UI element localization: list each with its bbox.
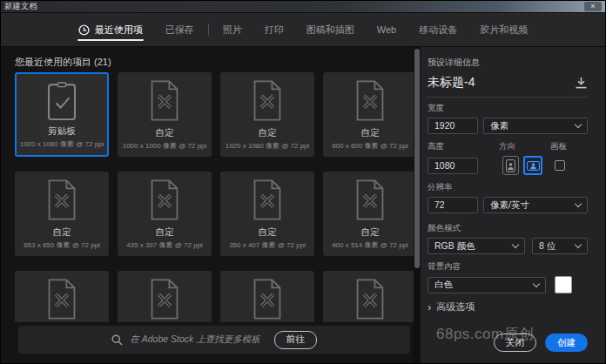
recent-tile[interactable] (323, 271, 414, 322)
document-title-field[interactable]: 未标题-4 (428, 75, 475, 91)
recent-tile[interactable]: 自定653 x 650 像素 @ 72 ppi (15, 172, 109, 256)
chevron-down-icon (512, 241, 519, 248)
tile-title: 自定 (156, 127, 174, 139)
recent-grid-clip: 剪贴板1920 x 1080 像素 @ 72 ppi自定1000 x 1000 … (15, 72, 414, 322)
vertical-scrollbar[interactable] (414, 47, 421, 363)
tab-photo[interactable]: 照片 (212, 13, 253, 46)
scrollbar-thumb[interactable] (414, 49, 420, 268)
advanced-options-label: 高级选项 (436, 300, 475, 313)
tile-title: 自定 (361, 127, 380, 139)
recent-tile[interactable]: 自定400 x 514 像素 @ 72 ppi (323, 172, 414, 256)
close-button[interactable]: 关闭 (494, 334, 536, 352)
tile-dims: 1920 x 1080 像素 @ 72 ppi (20, 139, 104, 149)
custom-document-icon (353, 279, 387, 320)
custom-document-icon (147, 80, 182, 121)
title-bar: 新建文档 × (1, 1, 605, 13)
height-input[interactable]: 1080 (428, 158, 478, 174)
tab-web[interactable]: Web (366, 13, 407, 46)
resolution-label: 分辨率 (428, 182, 588, 193)
recent-tile[interactable] (15, 271, 109, 322)
custom-document-icon (44, 179, 79, 220)
artboard-checkbox[interactable] (555, 160, 565, 171)
resolution-unit-dropdown[interactable]: 像素/英寸 (483, 197, 588, 213)
bit-depth-value: 8 位 (539, 240, 556, 253)
background-value: 白色 (434, 279, 453, 291)
tab-label: Web (377, 24, 396, 35)
chevron-right-icon: › (428, 303, 431, 312)
orientation-label: 方向 (499, 141, 550, 152)
width-label: 宽度 (428, 103, 588, 114)
custom-document-icon (353, 179, 387, 220)
preset-heading: 预设详细信息 (428, 57, 588, 69)
resolution-input[interactable]: 72 (428, 197, 478, 213)
tab-divider (208, 24, 209, 36)
tile-dims: 1920 x 1080 像素 @ 72 ppi (226, 141, 310, 151)
go-button[interactable]: 前往 (274, 331, 317, 349)
orientation-portrait-button[interactable] (502, 156, 519, 175)
recent-tile[interactable]: 自定600 x 600 像素 @ 72 ppi (323, 72, 414, 157)
tab-label: 打印 (265, 24, 284, 37)
tab-bar: 最近使用项已保存照片打印图稿和插图Web移动设备胶片和视频 (1, 13, 605, 47)
recent-tile[interactable]: 自定350 x 407 像素 @ 72 ppi (220, 172, 314, 256)
tile-dims: 400 x 514 像素 @ 72 ppi (332, 240, 408, 250)
window-close-icon[interactable]: × (584, 2, 602, 11)
tab-recent[interactable]: 最近使用项 (67, 13, 154, 46)
new-document-dialog: 新建文档 × 最近使用项已保存照片打印图稿和插图Web移动设备胶片和视频 您最近… (0, 0, 606, 364)
custom-document-icon (353, 80, 387, 121)
clipboard-icon (47, 82, 77, 121)
chevron-down-icon (575, 200, 582, 207)
search-inner: 在 Adobe Stock 上查找更多模板 (111, 334, 259, 346)
tile-title: 自定 (156, 226, 174, 239)
color-mode-dropdown[interactable]: RGB 颜色 (428, 238, 525, 254)
tab-label: 移动设备 (419, 24, 457, 37)
custom-document-icon (250, 179, 285, 220)
orientation-landscape-button[interactable] (523, 156, 542, 175)
resolution-unit-value: 像素/英寸 (490, 199, 529, 212)
custom-document-icon (147, 179, 182, 220)
tile-title: 自定 (259, 226, 277, 239)
tile-dims: 435 x 397 像素 @ 72 ppi (126, 240, 203, 250)
tab-film[interactable]: 胶片和视频 (468, 13, 539, 46)
tile-dims: 653 x 650 像素 @ 72 ppi (24, 240, 100, 250)
clock-icon (78, 24, 90, 36)
recent-tile[interactable]: 剪贴板1920 x 1080 像素 @ 72 ppi (15, 72, 109, 157)
recent-tile[interactable]: 自定435 x 397 像素 @ 72 ppi (118, 172, 212, 256)
portrait-icon (506, 159, 515, 172)
bit-depth-dropdown[interactable]: 8 位 (532, 238, 588, 254)
tab-label: 最近使用项 (95, 24, 143, 37)
tab-label: 已保存 (165, 24, 194, 37)
recent-tile[interactable] (118, 271, 212, 322)
chevron-down-icon (575, 121, 582, 128)
custom-document-icon (147, 279, 182, 320)
tab-art[interactable]: 图稿和插图 (295, 13, 366, 46)
color-mode-value: RGB 颜色 (434, 240, 475, 253)
orientation-group (502, 156, 542, 175)
tile-title: 自定 (53, 226, 71, 239)
tile-title: 剪贴板 (48, 125, 76, 138)
tab-mobile[interactable]: 移动设备 (407, 13, 468, 46)
tab-print[interactable]: 打印 (253, 13, 295, 46)
tab-saved[interactable]: 已保存 (154, 13, 205, 46)
height-label: 高度 (428, 141, 499, 152)
recent-tile[interactable] (220, 271, 314, 322)
chevron-down-icon (533, 280, 540, 286)
create-button[interactable]: 创建 (545, 334, 588, 352)
width-unit-value: 像素 (490, 120, 508, 132)
tile-dims: 1000 x 1000 像素 @ 72 ppi (123, 141, 207, 151)
background-dropdown[interactable]: 白色 (428, 277, 546, 293)
save-preset-icon[interactable] (575, 77, 588, 89)
stock-search-bar[interactable]: 在 Adobe Stock 上查找更多模板 前往 (18, 326, 410, 354)
recent-tile[interactable]: 自定1920 x 1080 像素 @ 72 ppi (220, 72, 314, 157)
chevron-down-icon (575, 241, 582, 248)
artboard-label: 画板 (550, 141, 567, 152)
background-color-swatch[interactable] (555, 276, 572, 293)
tile-dims: 600 x 600 像素 @ 72 ppi (332, 141, 408, 151)
width-unit-dropdown[interactable]: 像素 (483, 118, 588, 134)
background-label: 背景内容 (428, 261, 588, 273)
advanced-options-toggle[interactable]: › 高级选项 (428, 300, 588, 313)
landscape-icon (527, 161, 540, 171)
dialog-body: 您最近使用的项目 (21) 剪贴板1920 x 1080 像素 @ 72 ppi… (1, 47, 605, 363)
recent-tile[interactable]: 自定1000 x 1000 像素 @ 72 ppi (118, 72, 212, 157)
stock-search-band: 在 Adobe Stock 上查找更多模板 前往 (1, 322, 414, 363)
width-input[interactable]: 1920 (428, 118, 478, 134)
